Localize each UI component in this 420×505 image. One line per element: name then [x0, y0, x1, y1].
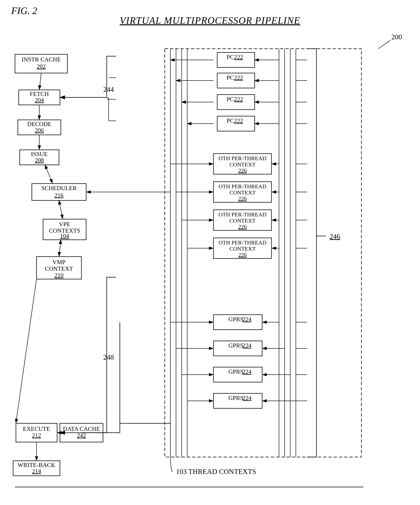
- gprs1-ref: 224: [243, 316, 251, 322]
- arrow-vpe-vmp: [59, 240, 61, 256]
- oth3-label1: OTH PER-THREAD: [219, 211, 266, 217]
- arrow-vmp-left-execute: [16, 279, 37, 423]
- fetch-label: FETCH: [30, 90, 49, 97]
- oth4-ref: 226: [238, 252, 247, 258]
- issue-label: ISSUE: [31, 151, 48, 157]
- vmp-context-ref: 210: [55, 272, 63, 278]
- pc1-ref: 222: [234, 54, 243, 60]
- scheduler-ref: 216: [55, 192, 63, 199]
- gprs3-ref: 224: [243, 368, 251, 375]
- oth1-label1: OTH PER-THREAD: [219, 155, 266, 161]
- ref-200-label: 200: [391, 33, 402, 41]
- gprs4-ref: 224: [243, 394, 251, 401]
- oth2-label1: OTH PER-THREAD: [219, 183, 266, 189]
- svg-line-3: [378, 40, 390, 49]
- execute-label: EXECUTE: [23, 425, 50, 432]
- fig-label: FIG. 2: [11, 5, 37, 16]
- pc1-label: PC: [226, 54, 234, 60]
- oth3-label2: CONTEXT: [229, 217, 256, 224]
- oth3-ref: 226: [238, 223, 247, 230]
- oth2-ref: 226: [238, 195, 247, 202]
- right-bracket-246: [307, 49, 326, 457]
- decode-label: DECODE: [27, 121, 51, 127]
- ref-244-label: 244: [103, 85, 114, 93]
- arrow-instr-fetch: [39, 73, 41, 89]
- diagram-svg: 200 INSTR CACHE 202 FETCH 204 DECODE 206…: [7, 30, 413, 496]
- gprs1-label: GPRS: [228, 316, 244, 322]
- vpe-contexts-label1: VPE: [59, 221, 70, 227]
- pc3-label: PC: [226, 96, 234, 102]
- bottom-left-bracket: [81, 322, 170, 433]
- oth4-label1: OTH PER-THREAD: [219, 239, 266, 246]
- pc2-label: PC: [226, 74, 234, 81]
- issue-ref: 208: [35, 157, 44, 164]
- left-bracket-l4: [109, 97, 116, 121]
- thread-label-line: [170, 457, 172, 472]
- gprs3-label: GPRS: [228, 368, 244, 375]
- instr-cache-label: INSTR CACHE: [22, 56, 61, 63]
- ref-246-label: 246: [330, 233, 340, 240]
- decode-ref: 206: [35, 127, 44, 133]
- arrow-sched-vpe: [59, 200, 63, 219]
- pc4-ref: 222: [234, 117, 243, 124]
- write-back-ref: 214: [32, 468, 41, 474]
- scheduler-label: SCHEDULER: [41, 185, 77, 191]
- gprs2-ref: 224: [243, 342, 251, 349]
- oth4-label2: CONTEXT: [229, 246, 256, 252]
- oth2-label2: CONTEXT: [229, 189, 256, 196]
- oth1-ref: 226: [238, 167, 247, 173]
- pc2-ref: 222: [234, 74, 243, 81]
- vpe-contexts-ref: 104: [60, 233, 69, 239]
- execute-ref: 212: [32, 432, 41, 439]
- pc3-ref: 222: [234, 96, 243, 102]
- gprs2-label: GPRS: [228, 342, 244, 349]
- oth1-label2: CONTEXT: [229, 161, 256, 167]
- arrow-issue-scheduler: [45, 165, 52, 183]
- instr-cache-ref: 202: [37, 63, 46, 70]
- vmp-context-label1: VMP: [52, 259, 65, 265]
- pc4-label: PC: [226, 117, 234, 124]
- fetch-ref: 204: [35, 97, 44, 103]
- gprs4-label: GPRS: [228, 394, 244, 401]
- vmp-context-label2: CONTEXT: [45, 265, 73, 272]
- diagram-title: VIRTUAL MULTIPROCESSOR PIPELINE: [120, 15, 300, 26]
- thread-contexts-label: 103 THREAD CONTEXTS: [176, 467, 256, 475]
- write-back-label: WRITE-BACK: [18, 461, 56, 468]
- ref-248-label: 248: [103, 353, 114, 361]
- left-bracket-l3: [108, 97, 116, 99]
- data-cache-label: DATA CACHE: [63, 425, 100, 432]
